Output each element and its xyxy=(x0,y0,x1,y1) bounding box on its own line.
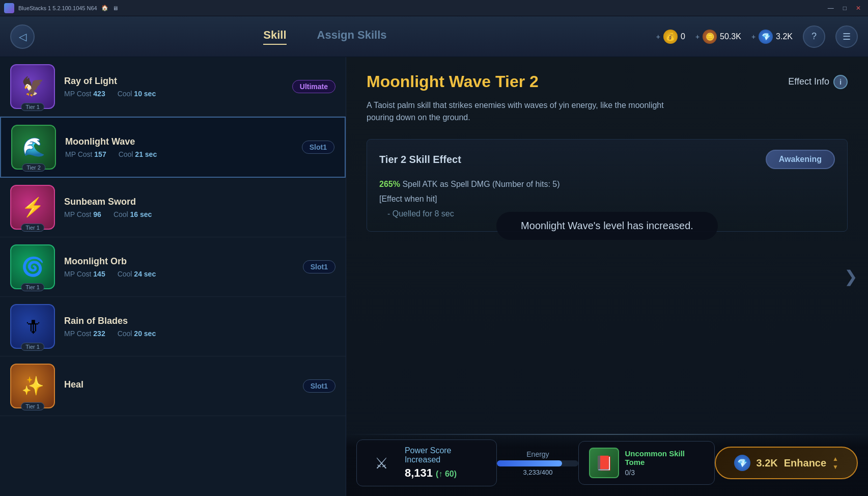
help-button[interactable]: ? xyxy=(803,25,825,48)
energy-bar-fill xyxy=(497,460,562,466)
effect-line-3: - Quelled for 8 sec xyxy=(379,207,835,222)
top-nav: ◁ Skill Assign Skills + 💰 0 + 🪙 50.3K + … xyxy=(0,16,868,57)
skill-item-moonlight-orb[interactable]: 🌀 Tier 1 Moonlight Orb MP Cost 145 Cool … xyxy=(0,237,346,297)
mp-cost-label-rob: MP Cost 232 xyxy=(64,329,105,338)
skill-info-moonlight-orb: Moonlight Orb MP Cost 145 Cool 24 sec xyxy=(64,256,303,278)
skill-list-panel: 🦅 Tier 1 Ray of Light MP Cost 423 Cool 1… xyxy=(0,57,346,496)
nav-tabs: Skill Assign Skills xyxy=(4,29,646,45)
cool-val-ray: 10 sec xyxy=(134,90,156,98)
enhance-btn-cost: 3.2K xyxy=(757,457,778,469)
cool-val-rob: 20 sec xyxy=(134,329,156,338)
power-score-increase: (↑ 60) xyxy=(436,470,457,478)
mp-cost-val-mo: 145 xyxy=(93,270,105,278)
skill-icon-sunbeam-sword: ⚡ xyxy=(10,185,55,230)
skill-main-title: Moonlight Wave Tier 2 xyxy=(367,72,539,91)
skill-icon-moonlight-wave: 🌊 xyxy=(11,125,56,170)
skill-name-sunbeam-sword: Sunbeam Sword xyxy=(64,197,335,207)
skill-icon-wrap-sunbeam-sword: ⚡ Tier 1 xyxy=(10,185,55,230)
awakening-button[interactable]: Awakening xyxy=(766,150,835,169)
copper-value: 50.3K xyxy=(720,32,741,41)
skill-effect-title: Tier 2 Skill Effect xyxy=(379,154,461,166)
cool-label-ss: Cool 16 sec xyxy=(114,210,152,218)
currency-copper: + 🪙 50.3K xyxy=(695,30,741,44)
skill-icon-ray-of-light: 🦅 xyxy=(10,64,55,109)
title-bar-screen-icon[interactable]: 🖥 xyxy=(113,5,118,11)
skill-icon-wrap-rain-of-blades: 🗡 Tier 1 xyxy=(10,304,55,349)
skill-icon-wrap-moonlight-wave: 🌊 Tier 2 xyxy=(11,125,56,170)
skill-item-moonlight-wave[interactable]: 🌊 Tier 2 Moonlight Wave MP Cost 157 Cool… xyxy=(0,117,346,178)
skill-info-sunbeam-sword: Sunbeam Sword MP Cost 96 Cool 16 sec xyxy=(64,197,335,218)
skill-name-moonlight-orb: Moonlight Orb xyxy=(64,256,303,267)
tome-info: Uncommon Skill Tome 0/3 xyxy=(625,449,704,477)
skill-badge-moonlight-orb: Slot1 xyxy=(303,260,335,273)
tab-assign-skills[interactable]: Assign Skills xyxy=(317,29,387,45)
cool-val-ss: 16 sec xyxy=(130,210,152,218)
title-bar-app-name: BlueStacks 1 5.2.100.1045 N64 xyxy=(18,5,97,11)
skill-effect-header: Tier 2 Skill Effect Awakening xyxy=(379,150,835,169)
mp-cost-val-ray: 423 xyxy=(93,90,105,98)
power-score-val: 8,131 (↑ 60) xyxy=(405,466,487,480)
currency-bar: + 💰 0 + 🪙 50.3K + 💎 3.2K ? ☰ xyxy=(656,25,858,48)
skill-item-rain-of-blades[interactable]: 🗡 Tier 1 Rain of Blades MP Cost 232 Cool… xyxy=(0,297,346,356)
effect-line-1: 265% Spell ATK as Spell DMG (Number of h… xyxy=(379,177,835,192)
skill-tier-badge-heal: Tier 1 xyxy=(21,402,44,410)
settings-button[interactable]: ☰ xyxy=(835,25,858,48)
right-panel: Moonlight Wave Tier 2 Effect Info i A Ta… xyxy=(346,57,868,496)
effect-info-label: Effect Info xyxy=(788,76,829,87)
skill-tier-badge-moonlight-wave: Tier 2 xyxy=(22,163,45,172)
close-button[interactable]: ✕ xyxy=(853,4,864,13)
effect-line-2: [Effect when hit] xyxy=(379,192,835,207)
skill-name-rain-of-blades: Rain of Blades xyxy=(64,316,335,326)
blue-gem-value: 3.2K xyxy=(776,32,793,41)
cool-label-mw: Cool 21 sec xyxy=(119,150,157,158)
enhance-coin-icon: 💎 xyxy=(734,455,750,471)
skill-icon-wrap-moonlight-orb: 🌀 Tier 1 xyxy=(10,244,55,289)
enhance-arrow-down: ▼ xyxy=(832,463,838,471)
skill-icon-moonlight-orb: 🌀 xyxy=(10,244,55,289)
skill-badge-moonlight-wave: Slot1 xyxy=(302,141,334,154)
energy-section: Energy 3,233/400 xyxy=(497,450,578,476)
enhance-btn-label: Enhance xyxy=(784,457,826,469)
title-bar-controls: — □ ✕ xyxy=(825,4,864,13)
gold-icon: 💰 xyxy=(663,30,678,44)
mp-cost-val-mw: 157 xyxy=(94,150,106,158)
skill-stats-rain-of-blades: MP Cost 232 Cool 20 sec xyxy=(64,329,335,338)
mp-cost-label-mo: MP Cost 145 xyxy=(64,270,105,278)
copper-icon: 🪙 xyxy=(703,30,717,44)
effect-info-icon: i xyxy=(833,75,848,89)
minimize-button[interactable]: — xyxy=(825,4,837,13)
energy-label: Energy xyxy=(526,450,549,458)
power-score-icon: ⚔ xyxy=(367,448,397,478)
currency-plus-gold: + xyxy=(656,33,660,41)
tab-skill[interactable]: Skill xyxy=(263,29,286,45)
skill-title-row: Moonlight Wave Tier 2 Effect Info i xyxy=(367,72,848,91)
skill-description: A Taoist palm skill that strikes enemies… xyxy=(367,99,692,124)
tome-name: Uncommon Skill Tome xyxy=(625,449,704,466)
enhance-button[interactable]: 💎 3.2K Enhance ▲ ▼ xyxy=(715,447,858,479)
skill-icon-rain-of-blades: 🗡 xyxy=(10,304,55,349)
bottom-popup: ⚔ Power Score Increased 8,131 (↑ 60) Ene… xyxy=(346,435,868,496)
skill-info-moonlight-wave: Moonlight Wave MP Cost 157 Cool 21 sec xyxy=(65,136,302,158)
power-score-label: Power Score Increased xyxy=(405,446,487,464)
energy-value: 3,233/400 xyxy=(523,469,553,476)
skill-icon-heal: ✨ xyxy=(10,364,55,408)
skill-item-heal[interactable]: ✨ Tier 1 Heal Slot1 xyxy=(0,356,346,416)
skill-icon-wrap-heal: ✨ Tier 1 xyxy=(10,364,55,408)
cool-label-mo: Cool 24 sec xyxy=(118,270,156,278)
skill-badge-heal: Slot1 xyxy=(303,379,335,393)
skill-item-sunbeam-sword[interactable]: ⚡ Tier 1 Sunbeam Sword MP Cost 96 Cool 1… xyxy=(0,178,346,237)
currency-plus-blue: + xyxy=(751,33,755,41)
title-bar-home-icon[interactable]: 🏠 xyxy=(101,5,108,11)
currency-blue: + 💎 3.2K xyxy=(751,30,793,44)
right-arrow-button[interactable]: ❯ xyxy=(844,267,858,286)
mp-cost-label-mw: MP Cost 157 xyxy=(65,150,106,158)
effect-info-button[interactable]: Effect Info i xyxy=(788,75,848,89)
blue-gem-icon: 💎 xyxy=(759,30,773,44)
skill-name-moonlight-wave: Moonlight Wave xyxy=(65,136,302,147)
maximize-button[interactable]: □ xyxy=(840,4,850,13)
mp-cost-label-ray: MP Cost 423 xyxy=(64,90,105,98)
gold-value: 0 xyxy=(681,32,685,41)
skill-name-ray-of-light: Ray of Light xyxy=(64,76,292,87)
main-content: 🦅 Tier 1 Ray of Light MP Cost 423 Cool 1… xyxy=(0,57,868,496)
skill-item-ray-of-light[interactable]: 🦅 Tier 1 Ray of Light MP Cost 423 Cool 1… xyxy=(0,57,346,117)
